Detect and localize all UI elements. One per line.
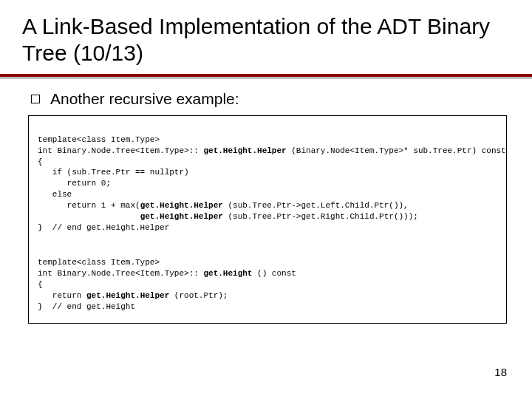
code-line: int Binary.Node.Tree<Item.Type>:: xyxy=(38,146,203,155)
code-line xyxy=(38,212,140,221)
code-box: template<class Item.Type> int Binary.Nod… xyxy=(28,115,507,324)
code-line: (sub.Tree.Ptr->get.Right.Child.Ptr())); xyxy=(223,212,418,221)
rule-dark-red xyxy=(0,74,532,77)
code-line: () const xyxy=(252,269,296,278)
code-line: return xyxy=(38,291,86,300)
code-line: template<class Item.Type> xyxy=(38,258,160,267)
code-bold: get.Height.Helper xyxy=(140,212,223,221)
code-bold: get.Height xyxy=(203,269,252,278)
code-line: if (sub.Tree.Ptr == nullptr) xyxy=(38,168,189,177)
bullet-text: Another recursive example: xyxy=(50,90,239,108)
square-bullet-icon xyxy=(31,95,40,103)
code-line: else xyxy=(38,190,72,199)
code-line: int Binary.Node.Tree<Item.Type>:: xyxy=(38,269,203,278)
title-rule xyxy=(22,74,510,78)
code-line: { xyxy=(38,280,43,289)
code-block-getheight: template<class Item.Type> int Binary.Nod… xyxy=(38,246,497,312)
code-bold: get.Height.Helper xyxy=(203,146,286,155)
code-bold: get.Height.Helper xyxy=(140,201,223,210)
code-line: (root.Ptr); xyxy=(169,291,228,300)
code-line: (sub.Tree.Ptr->get.Left.Child.Ptr()), xyxy=(223,201,409,210)
code-line: return 0; xyxy=(38,179,111,188)
slide-title: A Link-Based Implementation of the ADT B… xyxy=(22,13,510,66)
bullet-row: Another recursive example: xyxy=(31,90,510,108)
code-line: } // end get.Height.Helper xyxy=(38,223,169,232)
code-line: { xyxy=(38,157,43,166)
code-line: (Binary.Node<Item.Type>* sub.Tree.Ptr) c… xyxy=(287,146,506,155)
slide: A Link-Based Implementation of the ADT B… xyxy=(0,0,532,399)
code-line: template<class Item.Type> xyxy=(38,135,160,144)
code-line: return 1 + max( xyxy=(38,201,140,210)
code-bold: get.Height.Helper xyxy=(86,291,169,300)
code-block-helper: template<class Item.Type> int Binary.Nod… xyxy=(38,123,497,233)
page-number: 18 xyxy=(494,366,507,378)
code-line: } // end get.Height xyxy=(38,302,135,311)
